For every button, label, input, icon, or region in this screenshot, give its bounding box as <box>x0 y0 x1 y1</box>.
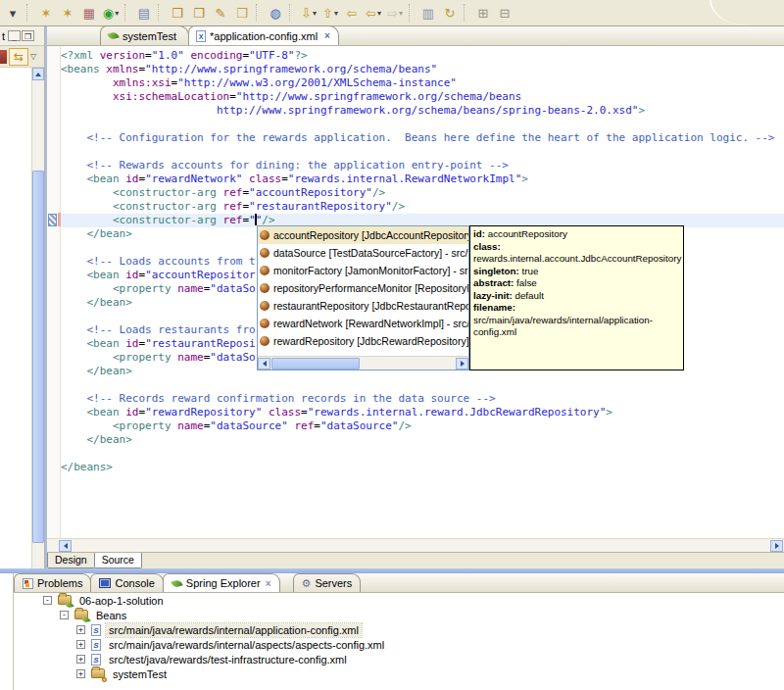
completion-proposal[interactable]: monitorFactory [JamonMonitorFactory] - s… <box>258 262 468 279</box>
popup-hscrollbar[interactable] <box>258 356 468 370</box>
plugin-icon[interactable]: ▦ <box>79 3 99 23</box>
previous-annotation-icon[interactable]: ⇧▾ <box>320 3 340 23</box>
new-bean-wizard-icon[interactable]: ✶ <box>36 3 56 23</box>
annotate-icon[interactable]: ✎ <box>211 3 230 23</box>
show-view-icon[interactable]: ▤ <box>134 3 154 23</box>
left-view-content[interactable] <box>0 68 31 568</box>
code-line[interactable]: xmlns:xsi="http://www.w3.org/2001/XMLSch… <box>61 76 784 90</box>
scroll-right-icon[interactable] <box>770 540 783 552</box>
completion-proposal[interactable]: accountRepository [JdbcAccountRepository… <box>258 226 468 244</box>
code-line[interactable]: <beans xmlns="http://www.springframework… <box>61 63 784 76</box>
collapse-all-icon[interactable]: ⊟ <box>495 3 514 23</box>
code-line[interactable]: <constructor-arg ref="accountRepository"… <box>61 186 784 200</box>
dropdown-caret-icon[interactable]: ▾ <box>313 9 317 18</box>
open-type-icon[interactable]: ❒ <box>168 3 187 23</box>
editor-tab-systemTest[interactable]: systemTest <box>100 25 189 45</box>
code-line[interactable] <box>61 378 784 392</box>
code-line[interactable] <box>61 447 784 461</box>
code-line[interactable] <box>61 118 784 131</box>
collapse-icon[interactable]: - <box>60 611 69 619</box>
next-annotation-icon[interactable]: ⇩▾ <box>299 3 318 23</box>
tooltip-line: singleton: true <box>473 266 680 278</box>
perspective-bar-curve <box>710 0 784 25</box>
spring-explorer-tree[interactable]: -06-aop-1-solution-Beans+Ssrc/main/java/… <box>14 593 784 690</box>
code-line[interactable] <box>61 145 784 159</box>
pin-editor-icon[interactable]: ▥ <box>418 3 438 23</box>
proposal-label: accountRepository [JdbcAccountRepository… <box>273 229 468 241</box>
dropdown-caret-icon[interactable]: ▾ <box>334 9 338 18</box>
annotation-ruler[interactable] <box>47 46 61 538</box>
back-history-icon[interactable]: ⇦▾ <box>364 3 383 23</box>
bottom-tab-bar: ProblemsConsoleSpring Explorer×⚙Servers <box>14 573 784 593</box>
tab-design[interactable]: Design <box>47 553 95 568</box>
toolbar-caret-icon[interactable]: ▾ <box>3 3 23 23</box>
tree-row[interactable]: -Beans <box>14 608 784 622</box>
web-browser-icon[interactable]: ◍ <box>266 3 285 23</box>
popup-scroll-left-icon[interactable] <box>258 358 270 370</box>
editor-tab-label: systemTest <box>122 30 176 42</box>
close-icon[interactable]: × <box>324 30 330 41</box>
close-icon[interactable]: × <box>266 578 271 589</box>
tree-row[interactable]: -06-aop-1-solution <box>14 593 784 608</box>
open-resource-icon[interactable]: ❒ <box>189 3 209 23</box>
code-line[interactable]: <!-- Configuration for the rewards appli… <box>61 131 784 145</box>
code-line[interactable]: <bean id="rewardNetwork" class="rewards.… <box>61 172 784 186</box>
expand-icon[interactable]: + <box>76 640 85 649</box>
forward-history-icon[interactable]: ⇨▾ <box>385 3 405 23</box>
tab-console[interactable]: Console <box>90 573 163 592</box>
completion-proposal[interactable]: rewardRepository [JdbcRewardRepository] … <box>258 332 468 350</box>
tab-spring-explorer[interactable]: Spring Explorer× <box>163 573 280 592</box>
popup-scrollbar-thumb[interactable] <box>271 358 360 370</box>
completion-proposal[interactable]: repositoryPerformanceMonitor [Repository… <box>258 279 468 297</box>
dropdown-caret-icon[interactable]: ▾ <box>399 9 403 18</box>
tree-row[interactable]: +Ssrc/main/java/rewards/internal/aspects… <box>14 637 784 652</box>
tree-row[interactable]: +Ssrc/main/java/rewards/internal/applica… <box>14 622 784 637</box>
scroll-left-icon[interactable] <box>59 540 72 552</box>
left-view-tab[interactable]: t <box>0 28 7 44</box>
tab-servers[interactable]: ⚙Servers <box>293 573 362 592</box>
open-folder-icon[interactable]: ❒ <box>232 3 252 23</box>
tree-row[interactable]: +systemTest <box>14 666 784 681</box>
popup-scroll-right-icon[interactable] <box>456 358 468 370</box>
collapse-icon[interactable]: - <box>43 596 52 605</box>
toolbar-separator <box>158 4 164 22</box>
code-line[interactable]: <!-- Records reward confirmation records… <box>61 392 784 406</box>
code-line[interactable]: </beans> <box>61 461 784 474</box>
code-line[interactable]: </bean> <box>61 433 784 447</box>
tree-item-label: Beans <box>93 609 129 622</box>
minimize-view-button[interactable]: _ <box>8 30 21 41</box>
completion-proposal[interactable]: dataSource [TestDataSourceFactory] - src… <box>258 244 468 262</box>
code-line[interactable]: <?xml version="1.0" encoding="UTF-8"?> <box>61 49 784 63</box>
tree-row[interactable]: +Ssrc/test/java/rewards/test-infrastruct… <box>14 652 784 666</box>
scrollbar-thumb[interactable] <box>32 171 44 543</box>
editor-tab--application-config-xml[interactable]: X*application-config.xml× <box>188 25 339 45</box>
editor-hscrollbar[interactable] <box>47 538 784 552</box>
editor-tab-label: *application-config.xml <box>210 30 318 42</box>
dropdown-caret-icon[interactable]: ▾ <box>115 9 119 18</box>
code-line[interactable]: <bean id="rewardRepository" class="rewar… <box>61 406 784 419</box>
run-icon[interactable]: ◉▾ <box>101 3 121 23</box>
left-view-scrollbar[interactable] <box>31 68 44 568</box>
code-line[interactable]: http://www.springframework.org/schema/be… <box>61 104 784 118</box>
scroll-up-icon[interactable] <box>32 68 44 80</box>
link-with-editor-icon[interactable]: ⇆ <box>9 48 28 66</box>
code-line[interactable]: <!-- Rewards accounts for dining: the ap… <box>61 159 784 172</box>
completion-proposal[interactable]: rewardNetwork [RewardNetworkImpl] - src/… <box>258 315 468 332</box>
last-edit-location-icon[interactable]: ⇦ <box>342 3 362 23</box>
code-line[interactable]: xsi:schemaLocation="http://www.springfra… <box>61 90 784 104</box>
content-assist-popup[interactable]: accountRepository [JdbcAccountRepository… <box>257 225 469 370</box>
tab-source[interactable]: Source <box>94 553 142 568</box>
completion-proposal[interactable]: restaurantRepository [JdbcRestaurantRepo… <box>258 297 468 315</box>
tab-problems[interactable]: Problems <box>14 573 91 592</box>
expand-icon[interactable]: + <box>76 625 85 634</box>
expand-icon[interactable]: + <box>76 669 85 678</box>
expand-icon[interactable]: + <box>76 655 85 664</box>
expand-all-icon[interactable]: ⊞ <box>473 3 493 23</box>
code-line[interactable]: <property name="dataSource" ref="dataSou… <box>61 419 784 433</box>
maximize-view-button[interactable]: ❒ <box>22 30 34 41</box>
dropdown-caret-icon[interactable]: ▾ <box>377 9 381 18</box>
code-line[interactable]: <constructor-arg ref="restaurantReposito… <box>61 200 784 214</box>
new-class-wizard-icon[interactable]: ✶ <box>58 3 77 23</box>
view-menu-caret-icon[interactable]: ▽ <box>30 52 36 61</box>
editor-history-icon[interactable]: ↻ <box>440 3 460 23</box>
